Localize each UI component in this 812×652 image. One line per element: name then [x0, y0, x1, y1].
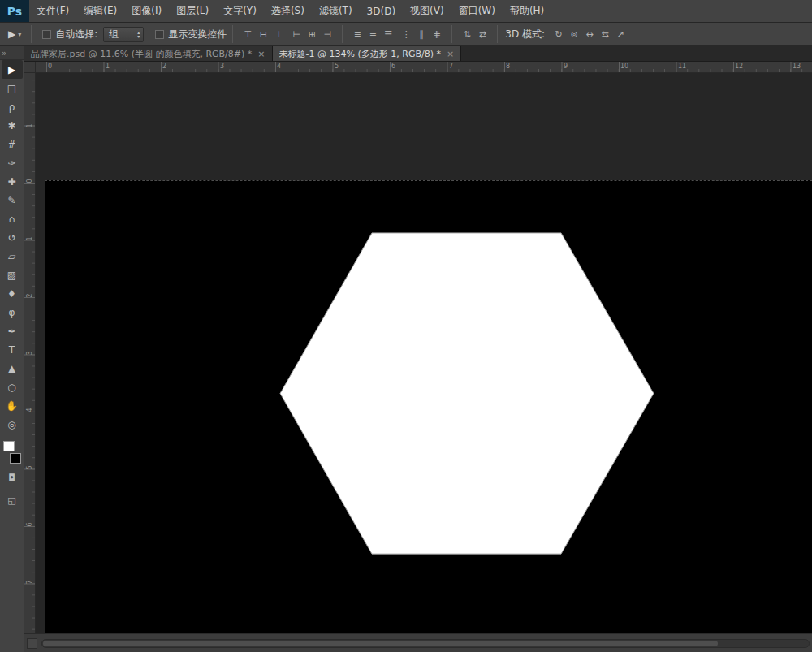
canvas-viewport[interactable]: [36, 73, 812, 633]
distribute-horizontal-spacing-button[interactable]: ⇄: [475, 27, 490, 42]
document-tab-bar: 品牌家居.psd @ 11.6% (半圆 的颜色填充, RGB/8#) * × …: [24, 46, 812, 62]
menu-file[interactable]: 文件(F): [29, 0, 76, 22]
divider: [342, 25, 343, 43]
horizontal-scrollbar[interactable]: [41, 639, 810, 648]
crop-tool[interactable]: #: [2, 135, 23, 153]
brush-tool[interactable]: ✎: [2, 191, 23, 209]
quick-mask-button[interactable]: ◘: [2, 468, 23, 486]
ruler-row: 0 1 2 3 4 5 6 7 8 9 10 11 12 13: [24, 62, 812, 73]
quick-selection-tool[interactable]: ✱: [2, 116, 23, 135]
screen-mode-button[interactable]: ◱: [2, 491, 23, 509]
auto-select-checkbox[interactable]: [42, 30, 51, 39]
ruler-number: 2: [26, 290, 34, 301]
3d-roll-mode-button[interactable]: ⊚: [567, 27, 581, 42]
distribute-vertical-spacing-button[interactable]: ⇅: [460, 27, 474, 42]
align-horizontal-centers-button[interactable]: ⊞: [304, 27, 319, 42]
color-swatches: [2, 441, 23, 464]
ruler-number: 8: [506, 63, 510, 70]
lasso-tool[interactable]: ρ: [2, 97, 23, 116]
zoom-tool[interactable]: ◎: [2, 415, 23, 434]
scrollbar-corner: [27, 638, 37, 649]
tools-panel: » ▶ □ ρ ✱ # ✑ ✚ ✎ ⌂ ↺ ▱ ▨ ♦ φ ✒ T ▲ ○ ✋ …: [0, 46, 24, 652]
divider: [497, 25, 498, 43]
tool-preset-picker[interactable]: ▶ ▾: [4, 28, 25, 40]
menu-select[interactable]: 选择(S): [264, 0, 312, 22]
rectangular-marquee-tool[interactable]: □: [2, 79, 23, 97]
hand-tool[interactable]: ✋: [2, 396, 23, 415]
clone-stamp-tool[interactable]: ⌂: [2, 209, 23, 228]
type-tool[interactable]: T: [2, 340, 23, 359]
auto-select-target-value: 组: [109, 28, 119, 41]
shape-tool[interactable]: ○: [2, 378, 23, 396]
scrollbar-thumb[interactable]: [43, 641, 718, 646]
ruler-number: 3: [26, 348, 34, 359]
close-icon[interactable]: ×: [257, 49, 265, 59]
ruler-number: 4: [26, 404, 34, 416]
distribute-top-edges-button[interactable]: ≡: [350, 27, 365, 42]
align-right-edges-button[interactable]: ⊣: [320, 27, 335, 42]
dodge-tool[interactable]: φ: [2, 303, 23, 322]
spot-healing-brush-tool[interactable]: ✚: [2, 172, 23, 191]
auto-select-target-dropdown[interactable]: 组 ▴▾: [103, 27, 144, 42]
divider: [31, 25, 32, 43]
dropdown-stepper-icon: ▴▾: [137, 30, 140, 38]
foreground-color-swatch[interactable]: [3, 441, 15, 451]
main-area: » ▶ □ ρ ✱ # ✑ ✚ ✎ ⌂ ↺ ▱ ▨ ♦ φ ✒ T ▲ ○ ✋ …: [0, 46, 812, 652]
align-horizontal-group: ⊢ ⊞ ⊣: [289, 27, 335, 42]
menu-view[interactable]: 视图(V): [403, 0, 451, 22]
menu-bar: Ps 文件(F) 编辑(E) 图像(I) 图层(L) 文字(Y) 选择(S) 滤…: [0, 0, 812, 23]
show-transform-checkbox[interactable]: [155, 30, 164, 39]
tab-document-2[interactable]: 未标题-1 @ 134% (多边形 1, RGB/8) * ×: [273, 46, 462, 61]
distribute-right-edges-button[interactable]: ⋕: [430, 27, 444, 42]
background-color-swatch[interactable]: [10, 453, 21, 464]
distribute-bottom-edges-button[interactable]: ☰: [381, 27, 395, 42]
align-top-edges-button[interactable]: ⊤: [240, 27, 255, 42]
path-selection-tool[interactable]: ▲: [2, 359, 23, 378]
show-transform-label: 显示变换控件: [168, 28, 227, 41]
menu-edit[interactable]: 编辑(E): [76, 0, 124, 22]
history-brush-tool[interactable]: ↺: [2, 228, 23, 247]
3d-slide-mode-button[interactable]: ⇆: [598, 27, 612, 42]
horizontal-ruler[interactable]: 0 1 2 3 4 5 6 7 8 9 10 11 12 13: [36, 62, 812, 72]
ruler-number: 3: [220, 63, 224, 70]
photoshop-logo: Ps: [0, 0, 29, 22]
ruler-corner: [24, 62, 36, 72]
toolbar-collapse-button[interactable]: »: [0, 46, 24, 60]
3d-drag-mode-button[interactable]: ↔: [582, 27, 597, 42]
tab-document-1[interactable]: 品牌家居.psd @ 11.6% (半圆 的颜色填充, RGB/8#) * ×: [24, 46, 273, 61]
menu-3d[interactable]: 3D(D): [360, 0, 403, 22]
pen-tool[interactable]: ✒: [2, 322, 23, 340]
3d-rotate-mode-button[interactable]: ↻: [551, 27, 566, 42]
close-icon[interactable]: ×: [447, 49, 454, 59]
eyedropper-tool[interactable]: ✑: [2, 153, 23, 172]
eraser-tool[interactable]: ▱: [2, 247, 23, 266]
ruler-number: 4: [277, 63, 281, 70]
divider: [451, 25, 452, 43]
blur-tool[interactable]: ♦: [2, 284, 23, 303]
align-bottom-edges-button[interactable]: ⊥: [271, 27, 286, 42]
auto-select-label: 自动选择:: [55, 28, 97, 41]
align-left-edges-button[interactable]: ⊢: [289, 27, 304, 42]
hexagon-shape: [280, 233, 654, 554]
menu-help[interactable]: 帮助(H): [503, 0, 551, 22]
move-tool[interactable]: ▶: [2, 60, 23, 79]
ruler-number: 0: [26, 175, 34, 187]
canvas[interactable]: [45, 180, 812, 633]
menu-image[interactable]: 图像(I): [124, 0, 169, 22]
distribute-vertical-centers-button[interactable]: ≣: [365, 27, 380, 42]
menu-window[interactable]: 窗口(W): [451, 0, 503, 22]
mode-3d-label: 3D 模式:: [505, 28, 545, 41]
ruler-number: 10: [620, 63, 628, 70]
gradient-tool[interactable]: ▨: [2, 266, 23, 284]
menu-type[interactable]: 文字(Y): [216, 0, 264, 22]
align-vertical-centers-button[interactable]: ⊟: [256, 27, 270, 42]
menu-filter[interactable]: 滤镜(T): [312, 0, 360, 22]
tab-title: 未标题-1 @ 134% (多边形 1, RGB/8) *: [279, 48, 441, 60]
menu-layer[interactable]: 图层(L): [169, 0, 216, 22]
ruler-number: 2: [162, 63, 166, 70]
distribute-horizontal-centers-button[interactable]: ∥: [414, 27, 429, 42]
vertical-ruler[interactable]: 1 0 1 2 3 4 5 6 7: [24, 73, 36, 633]
distribute-left-edges-button[interactable]: ⋮: [399, 27, 413, 42]
3d-scale-mode-button[interactable]: ↗: [613, 27, 628, 42]
move-tool-icon: ▶: [8, 28, 15, 40]
